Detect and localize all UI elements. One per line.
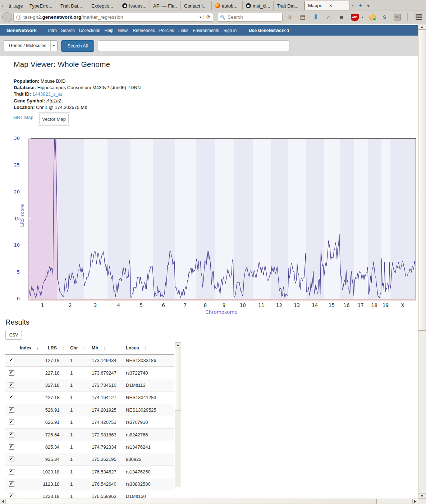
nav-item-help[interactable]: Help (102, 28, 116, 33)
row-checkbox[interactable] (9, 494, 14, 499)
nav-item-environments[interactable]: Environments (191, 28, 221, 33)
column-header-index[interactable]: Index▲ (20, 342, 48, 354)
row-checkbox[interactable] (9, 382, 14, 388)
column-header-chr[interactable]: Chr▲▼ (70, 342, 92, 354)
addon-ball-icon[interactable] (369, 14, 376, 20)
tab-vector-map[interactable]: Vector Map (38, 112, 70, 126)
column-header-locus[interactable]: Locus▲▼ (126, 342, 174, 354)
browser-tab[interactable]: autob... (212, 1, 243, 10)
browser-search-field[interactable]: 🔍 Search (217, 13, 283, 22)
skype-icon[interactable]: S (381, 14, 388, 20)
row-checkbox[interactable] (9, 444, 14, 450)
browser-tab[interactable]: mst_cl... (243, 1, 274, 10)
x-tick-label: 1 (41, 302, 44, 308)
row-checkbox[interactable] (9, 407, 14, 413)
row-checkbox[interactable] (9, 481, 14, 487)
scrollbar-thumb[interactable] (418, 29, 426, 331)
csv-button[interactable]: CSV (5, 330, 22, 340)
row-checkbox[interactable] (9, 457, 14, 462)
page-horizontal-scrollbar[interactable] (0, 499, 418, 504)
adblock-caret-icon[interactable]: ▾ (362, 15, 363, 19)
bookmark-star-icon[interactable]: ☆ (286, 14, 293, 21)
table-row: 925.341175.262195930923 (5, 453, 174, 466)
messenger-icon[interactable]: ☻ (338, 14, 345, 21)
cell-chr: 1 (70, 379, 92, 391)
table-row: 626.911174.420751rs3707910 (5, 416, 174, 428)
nav-item-search[interactable]: Search (59, 28, 77, 33)
browser-tab[interactable]: Trait Dat... (57, 1, 88, 10)
row-checkbox[interactable] (9, 358, 14, 363)
browser-tab[interactable]: tt...age (5, 1, 26, 10)
scrapbook-icon[interactable]: Se (394, 14, 401, 20)
row-checkbox[interactable] (9, 395, 14, 400)
scroll-right-button[interactable] (412, 499, 418, 504)
browser-tab[interactable]: Trait Dat... (274, 1, 304, 10)
tab-label: Trait Dat... (60, 3, 82, 9)
brand-link[interactable]: GeneNetwork (6, 28, 37, 33)
nav-item-intro[interactable]: Intro (46, 28, 59, 33)
new-tab-button[interactable]: + (356, 1, 365, 10)
nav-item-sign-in[interactable]: Sign in (221, 28, 239, 33)
scrollbar-thumb[interactable] (175, 348, 181, 411)
scroll-left-button[interactable] (0, 499, 6, 504)
url-dropdown-button[interactable]: ▾ (197, 15, 204, 19)
tab-scroll-right-button[interactable]: › (349, 1, 356, 10)
tab-scroll-left-button[interactable]: ‹ (0, 1, 5, 10)
menu-icon[interactable] (416, 14, 422, 20)
github-icon (246, 3, 251, 8)
downloads-icon[interactable]: ⬇ (312, 14, 319, 21)
row-checkbox[interactable] (9, 432, 14, 437)
adblock-icon[interactable]: ABP (351, 14, 359, 21)
row-checkbox[interactable] (9, 370, 14, 376)
use-genenetwork1-link[interactable]: Use GeneNetwork 1 (249, 28, 289, 33)
table-scrollbar[interactable] (175, 342, 181, 487)
reload-button[interactable]: ⟳ (204, 14, 213, 20)
column-header-lrs[interactable]: LRS▲▼ (48, 342, 70, 354)
scroll-down-button[interactable] (418, 493, 426, 499)
search-all-button[interactable]: Search All (61, 40, 94, 52)
nav-item-collections[interactable]: Collections (77, 28, 102, 33)
cell-index: 10 (20, 466, 48, 478)
scrollbar-thumb[interactable] (6, 499, 377, 504)
nav-item-links[interactable]: Links (176, 28, 191, 33)
lrs-chart: 051015202530 123456789101112131415161718… (0, 127, 418, 313)
scroll-up-button[interactable] (175, 342, 181, 348)
browser-tab-active[interactable]: Mappi...× (304, 1, 349, 10)
browser-tab[interactable]: Contact I... (181, 1, 212, 10)
site-search-input[interactable] (98, 40, 289, 51)
trait-id-link[interactable]: 1443823_s_at (32, 91, 62, 97)
cell-lrs: 25.34 (48, 441, 70, 453)
category-select[interactable]: Genes / Molecules ▼ (4, 40, 58, 51)
site-identity-icon[interactable] (16, 15, 21, 20)
tab-list-button[interactable]: ▾ (365, 1, 372, 10)
url-bar[interactable]: test-gn2.genenetwork.org/marker_regressi… (13, 13, 213, 22)
row-checkbox[interactable] (9, 469, 14, 475)
sort-ascending-icon[interactable]: ▲ (36, 347, 39, 350)
nav-item-news[interactable]: News (115, 28, 130, 33)
cell-lrs: 23.18 (48, 490, 70, 499)
home-icon[interactable]: ⌂ (325, 14, 332, 21)
nav-item-policies[interactable]: Policies (157, 28, 176, 33)
sort-icon[interactable]: ▲▼ (83, 347, 86, 350)
browser-tab[interactable]: Exceptio... (88, 1, 119, 10)
x-tick-label: X (401, 302, 404, 308)
reading-list-icon[interactable]: ▤ (299, 14, 306, 21)
tab-label: TypeErro... (29, 3, 52, 9)
column-header-mb[interactable]: Mb▲▼ (92, 342, 126, 354)
back-button[interactable]: ← (2, 12, 12, 22)
browser-tab[interactable]: API — Fla... (150, 1, 181, 10)
row-checkbox[interactable] (9, 420, 14, 425)
nav-item-references[interactable]: References (130, 28, 157, 33)
y-tick-label: 0 (2, 296, 20, 301)
browser-tab[interactable]: Issues... (119, 1, 150, 10)
page-vertical-scrollbar[interactable] (418, 24, 426, 499)
browser-tab[interactable]: TypeErro... (26, 1, 57, 10)
tab-gn1-map[interactable]: GN1 Map (13, 115, 33, 120)
sort-icon[interactable]: ▲▼ (103, 347, 106, 350)
scroll-up-button[interactable] (418, 24, 426, 29)
close-icon[interactable]: × (329, 3, 332, 8)
cell-chr: 1 (70, 416, 92, 428)
sort-icon[interactable]: ▲▼ (144, 347, 147, 350)
sort-icon[interactable]: ▲▼ (62, 347, 64, 350)
x-tick-label: 4 (117, 302, 120, 308)
